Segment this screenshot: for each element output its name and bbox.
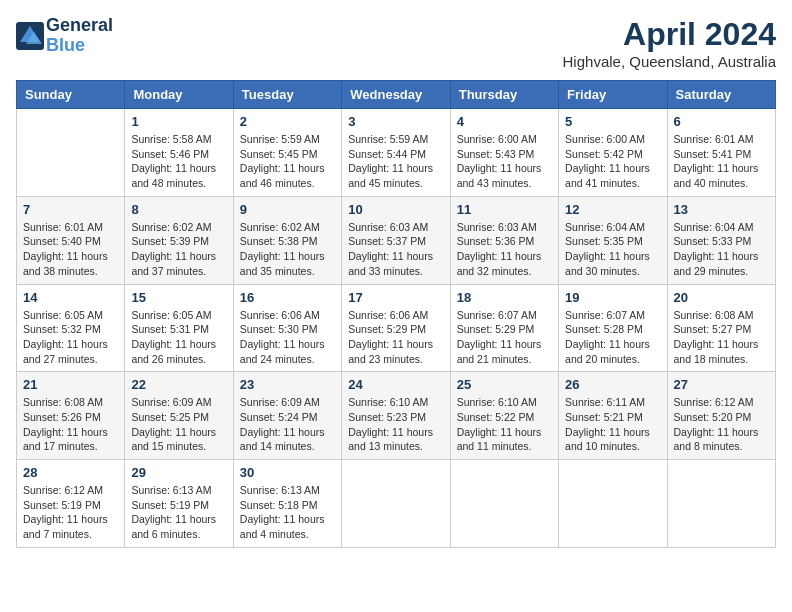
calendar-cell: 11Sunrise: 6:03 AMSunset: 5:36 PMDayligh… xyxy=(450,196,558,284)
logo-text: General Blue xyxy=(46,16,113,56)
calendar-cell xyxy=(342,460,450,548)
day-number: 8 xyxy=(131,202,226,217)
day-detail: Sunrise: 6:05 AMSunset: 5:31 PMDaylight:… xyxy=(131,308,226,367)
calendar-cell: 18Sunrise: 6:07 AMSunset: 5:29 PMDayligh… xyxy=(450,284,558,372)
calendar-cell: 2Sunrise: 5:59 AMSunset: 5:45 PMDaylight… xyxy=(233,109,341,197)
month-title: April 2024 xyxy=(563,16,776,53)
day-detail: Sunrise: 6:13 AMSunset: 5:19 PMDaylight:… xyxy=(131,483,226,542)
day-number: 13 xyxy=(674,202,769,217)
calendar-cell: 27Sunrise: 6:12 AMSunset: 5:20 PMDayligh… xyxy=(667,372,775,460)
day-detail: Sunrise: 6:02 AMSunset: 5:39 PMDaylight:… xyxy=(131,220,226,279)
header-friday: Friday xyxy=(559,81,667,109)
day-number: 24 xyxy=(348,377,443,392)
day-detail: Sunrise: 6:08 AMSunset: 5:26 PMDaylight:… xyxy=(23,395,118,454)
day-detail: Sunrise: 6:03 AMSunset: 5:36 PMDaylight:… xyxy=(457,220,552,279)
header-tuesday: Tuesday xyxy=(233,81,341,109)
day-detail: Sunrise: 6:07 AMSunset: 5:28 PMDaylight:… xyxy=(565,308,660,367)
day-number: 30 xyxy=(240,465,335,480)
calendar-cell: 21Sunrise: 6:08 AMSunset: 5:26 PMDayligh… xyxy=(17,372,125,460)
day-detail: Sunrise: 6:06 AMSunset: 5:29 PMDaylight:… xyxy=(348,308,443,367)
header-sunday: Sunday xyxy=(17,81,125,109)
day-number: 3 xyxy=(348,114,443,129)
day-detail: Sunrise: 6:12 AMSunset: 5:19 PMDaylight:… xyxy=(23,483,118,542)
calendar-header-row: SundayMondayTuesdayWednesdayThursdayFrid… xyxy=(17,81,776,109)
calendar-cell: 12Sunrise: 6:04 AMSunset: 5:35 PMDayligh… xyxy=(559,196,667,284)
calendar-cell: 17Sunrise: 6:06 AMSunset: 5:29 PMDayligh… xyxy=(342,284,450,372)
calendar-cell: 7Sunrise: 6:01 AMSunset: 5:40 PMDaylight… xyxy=(17,196,125,284)
day-number: 6 xyxy=(674,114,769,129)
day-number: 2 xyxy=(240,114,335,129)
day-detail: Sunrise: 6:11 AMSunset: 5:21 PMDaylight:… xyxy=(565,395,660,454)
day-number: 5 xyxy=(565,114,660,129)
day-number: 19 xyxy=(565,290,660,305)
day-detail: Sunrise: 6:10 AMSunset: 5:22 PMDaylight:… xyxy=(457,395,552,454)
day-detail: Sunrise: 6:01 AMSunset: 5:41 PMDaylight:… xyxy=(674,132,769,191)
calendar-cell xyxy=(17,109,125,197)
calendar-cell: 19Sunrise: 6:07 AMSunset: 5:28 PMDayligh… xyxy=(559,284,667,372)
day-number: 25 xyxy=(457,377,552,392)
header-monday: Monday xyxy=(125,81,233,109)
calendar-cell: 28Sunrise: 6:12 AMSunset: 5:19 PMDayligh… xyxy=(17,460,125,548)
day-detail: Sunrise: 5:59 AMSunset: 5:44 PMDaylight:… xyxy=(348,132,443,191)
day-number: 17 xyxy=(348,290,443,305)
calendar-cell: 14Sunrise: 6:05 AMSunset: 5:32 PMDayligh… xyxy=(17,284,125,372)
logo-icon xyxy=(16,22,44,50)
calendar-cell: 6Sunrise: 6:01 AMSunset: 5:41 PMDaylight… xyxy=(667,109,775,197)
day-number: 14 xyxy=(23,290,118,305)
day-number: 10 xyxy=(348,202,443,217)
day-detail: Sunrise: 6:09 AMSunset: 5:24 PMDaylight:… xyxy=(240,395,335,454)
day-detail: Sunrise: 5:58 AMSunset: 5:46 PMDaylight:… xyxy=(131,132,226,191)
day-number: 23 xyxy=(240,377,335,392)
day-detail: Sunrise: 6:07 AMSunset: 5:29 PMDaylight:… xyxy=(457,308,552,367)
day-number: 22 xyxy=(131,377,226,392)
calendar-cell: 25Sunrise: 6:10 AMSunset: 5:22 PMDayligh… xyxy=(450,372,558,460)
header-thursday: Thursday xyxy=(450,81,558,109)
day-detail: Sunrise: 6:02 AMSunset: 5:38 PMDaylight:… xyxy=(240,220,335,279)
day-number: 20 xyxy=(674,290,769,305)
header-saturday: Saturday xyxy=(667,81,775,109)
day-number: 7 xyxy=(23,202,118,217)
day-number: 4 xyxy=(457,114,552,129)
calendar-week-row: 1Sunrise: 5:58 AMSunset: 5:46 PMDaylight… xyxy=(17,109,776,197)
day-detail: Sunrise: 6:00 AMSunset: 5:43 PMDaylight:… xyxy=(457,132,552,191)
calendar-cell xyxy=(559,460,667,548)
calendar-cell: 5Sunrise: 6:00 AMSunset: 5:42 PMDaylight… xyxy=(559,109,667,197)
day-detail: Sunrise: 6:12 AMSunset: 5:20 PMDaylight:… xyxy=(674,395,769,454)
calendar-week-row: 21Sunrise: 6:08 AMSunset: 5:26 PMDayligh… xyxy=(17,372,776,460)
logo: General Blue xyxy=(16,16,113,56)
day-number: 18 xyxy=(457,290,552,305)
day-detail: Sunrise: 6:04 AMSunset: 5:35 PMDaylight:… xyxy=(565,220,660,279)
day-number: 1 xyxy=(131,114,226,129)
calendar-cell: 24Sunrise: 6:10 AMSunset: 5:23 PMDayligh… xyxy=(342,372,450,460)
calendar-cell: 29Sunrise: 6:13 AMSunset: 5:19 PMDayligh… xyxy=(125,460,233,548)
day-number: 9 xyxy=(240,202,335,217)
calendar-cell: 22Sunrise: 6:09 AMSunset: 5:25 PMDayligh… xyxy=(125,372,233,460)
calendar-cell xyxy=(667,460,775,548)
day-number: 27 xyxy=(674,377,769,392)
day-detail: Sunrise: 6:06 AMSunset: 5:30 PMDaylight:… xyxy=(240,308,335,367)
calendar-cell: 8Sunrise: 6:02 AMSunset: 5:39 PMDaylight… xyxy=(125,196,233,284)
calendar-cell: 1Sunrise: 5:58 AMSunset: 5:46 PMDaylight… xyxy=(125,109,233,197)
calendar-table: SundayMondayTuesdayWednesdayThursdayFrid… xyxy=(16,80,776,548)
calendar-week-row: 28Sunrise: 6:12 AMSunset: 5:19 PMDayligh… xyxy=(17,460,776,548)
calendar-cell: 15Sunrise: 6:05 AMSunset: 5:31 PMDayligh… xyxy=(125,284,233,372)
day-number: 15 xyxy=(131,290,226,305)
calendar-cell: 30Sunrise: 6:13 AMSunset: 5:18 PMDayligh… xyxy=(233,460,341,548)
header-wednesday: Wednesday xyxy=(342,81,450,109)
calendar-cell: 10Sunrise: 6:03 AMSunset: 5:37 PMDayligh… xyxy=(342,196,450,284)
calendar-cell xyxy=(450,460,558,548)
day-detail: Sunrise: 6:01 AMSunset: 5:40 PMDaylight:… xyxy=(23,220,118,279)
calendar-cell: 9Sunrise: 6:02 AMSunset: 5:38 PMDaylight… xyxy=(233,196,341,284)
title-block: April 2024 Highvale, Queensland, Austral… xyxy=(563,16,776,70)
location-subtitle: Highvale, Queensland, Australia xyxy=(563,53,776,70)
calendar-cell: 20Sunrise: 6:08 AMSunset: 5:27 PMDayligh… xyxy=(667,284,775,372)
day-number: 26 xyxy=(565,377,660,392)
calendar-week-row: 14Sunrise: 6:05 AMSunset: 5:32 PMDayligh… xyxy=(17,284,776,372)
calendar-cell: 23Sunrise: 6:09 AMSunset: 5:24 PMDayligh… xyxy=(233,372,341,460)
calendar-week-row: 7Sunrise: 6:01 AMSunset: 5:40 PMDaylight… xyxy=(17,196,776,284)
day-detail: Sunrise: 6:03 AMSunset: 5:37 PMDaylight:… xyxy=(348,220,443,279)
day-detail: Sunrise: 6:00 AMSunset: 5:42 PMDaylight:… xyxy=(565,132,660,191)
day-number: 16 xyxy=(240,290,335,305)
day-detail: Sunrise: 6:09 AMSunset: 5:25 PMDaylight:… xyxy=(131,395,226,454)
day-detail: Sunrise: 6:13 AMSunset: 5:18 PMDaylight:… xyxy=(240,483,335,542)
